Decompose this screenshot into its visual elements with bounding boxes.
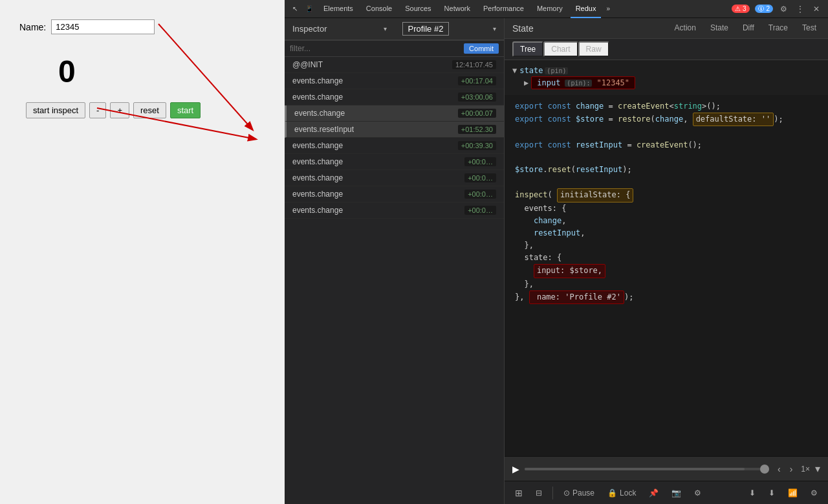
action-item[interactable]: events.change +03:00.06 <box>285 89 504 105</box>
filter-input[interactable] <box>290 44 464 53</box>
profile-dropdown-icon[interactable]: ▾ <box>493 25 496 32</box>
state-panel-label: State <box>510 19 536 38</box>
tab-sources[interactable]: Sources <box>400 0 436 18</box>
tab-console[interactable]: Console <box>361 0 397 18</box>
tab-redux[interactable]: Redux <box>571 0 602 18</box>
controls-row: start inspect - + reset start <box>26 102 201 118</box>
code-line: state: { <box>515 252 818 264</box>
action-time: +00:17.04 <box>458 76 496 85</box>
tree-root-pin: (pin) <box>545 67 568 74</box>
start-inspect-button[interactable]: start inspect <box>26 102 85 118</box>
inspector-dropdown-icon[interactable]: ▾ <box>384 25 387 32</box>
action-item[interactable]: events.change +00:39.30 <box>285 138 504 154</box>
settings-icon[interactable]: ⚙ <box>777 3 790 15</box>
progress-knob[interactable] <box>760 465 769 474</box>
tab-state[interactable]: State <box>704 20 735 37</box>
action-list[interactable]: @@INIT 12:41:07.45 events.change +00:17.… <box>285 57 504 504</box>
tree-root-key: state <box>519 66 543 75</box>
action-item-selected[interactable]: events.change +00:00.07 <box>285 105 504 122</box>
next-button[interactable]: › <box>787 463 796 476</box>
reset-button[interactable]: reset <box>133 102 166 118</box>
action-time: 12:41:07.45 <box>452 60 496 69</box>
pin-icon: 📌 <box>649 488 659 498</box>
settings2-button[interactable]: ⚙ <box>689 487 706 499</box>
tab-trace[interactable]: Trace <box>762 20 794 37</box>
gear-icon: ⚙ <box>811 488 818 498</box>
subtab-chart[interactable]: Chart <box>543 41 578 57</box>
lock-button[interactable]: 🔒 Lock <box>602 487 641 499</box>
code-line: resetInput, <box>515 227 818 239</box>
record-icon: ⊞ <box>515 488 523 498</box>
code-line: }, name: 'Profile #2'); <box>515 290 818 304</box>
prev-button[interactable]: ‹ <box>774 463 784 476</box>
record-button[interactable]: ⊞ <box>510 486 528 500</box>
tab-performance[interactable]: Performance <box>478 0 529 18</box>
tab-elements[interactable]: Elements <box>318 0 358 18</box>
filter-row: Commit <box>285 41 504 57</box>
lock-label: Lock <box>620 488 636 498</box>
download-button[interactable]: ⬇ <box>744 487 761 499</box>
speed-dropdown-icon[interactable]: ▾ <box>815 463 820 475</box>
code-line <box>515 176 818 188</box>
close-devtools-icon[interactable]: ✕ <box>810 3 823 15</box>
plus-button[interactable]: + <box>110 102 129 118</box>
download-icon: ⬇ <box>749 488 756 498</box>
tab-diff[interactable]: Diff <box>736 20 761 37</box>
code-area[interactable]: export const change = createEvent<string… <box>505 95 828 456</box>
right-tabs: Action State Diff Trace Test <box>668 20 823 37</box>
action-item[interactable]: events.change +00:0… <box>285 154 504 170</box>
subtab-tree[interactable]: Tree <box>512 41 543 57</box>
action-item-reset[interactable]: events.resetInput +01:52.30 <box>285 122 504 138</box>
action-time: +00:0… <box>464 157 496 166</box>
cursor-icon[interactable]: ↖ <box>290 4 300 14</box>
more-options-icon[interactable]: ⋮ <box>793 3 807 15</box>
list-panel: Inspector ▾ Profile #2 ▾ Commit @@INIT 1… <box>285 18 505 504</box>
progress-bar[interactable] <box>525 468 769 470</box>
action-time: +01:52.30 <box>458 125 496 134</box>
action-name: events.change <box>292 190 343 199</box>
action-time: +00:0… <box>464 173 496 182</box>
device-icon[interactable]: 📱 <box>303 4 316 14</box>
playback-nav: ‹ › <box>774 463 796 476</box>
wifi-button[interactable]: 📶 <box>783 487 803 499</box>
action-item[interactable]: events.change +00:0… <box>285 170 504 186</box>
download2-button[interactable]: ⬇ <box>763 487 780 499</box>
minus-button[interactable]: - <box>89 102 106 118</box>
pause-button[interactable]: ⊙ Pause <box>558 487 600 499</box>
action-item[interactable]: @@INIT 12:41:07.45 <box>285 57 504 73</box>
more-tabs-icon[interactable]: » <box>604 4 613 14</box>
commit-button[interactable]: Commit <box>464 43 499 54</box>
action-item[interactable]: events.change +00:17.04 <box>285 73 504 89</box>
action-item[interactable]: events.change +00:0… <box>285 203 504 219</box>
gear-button[interactable]: ⚙ <box>805 487 823 499</box>
wifi-icon: 📶 <box>788 488 798 498</box>
tree-child-value: "12345" <box>596 78 629 87</box>
screenshot-button[interactable]: 📷 <box>666 487 686 499</box>
inspector-title: Inspector <box>292 24 327 34</box>
action-name: events.change <box>292 141 343 150</box>
start-button[interactable]: start <box>170 102 201 118</box>
action-time: +00:39.30 <box>458 141 496 150</box>
code-line: }, <box>515 278 818 290</box>
tree-child-key: input <box>537 78 560 87</box>
action-item[interactable]: events.change +00:0… <box>285 186 504 203</box>
toolbar-separator <box>552 487 553 499</box>
play-button[interactable]: ▶ <box>512 464 519 474</box>
filter-button[interactable]: ⊟ <box>530 487 547 499</box>
tree-child-row: ▶ input (pin): "12345" <box>524 76 820 90</box>
name-input[interactable] <box>51 19 155 34</box>
tree-expand-icon[interactable]: ▼ <box>512 66 517 75</box>
tab-memory[interactable]: Memory <box>532 0 568 18</box>
code-line: change, <box>515 215 818 227</box>
pin-button[interactable]: 📌 <box>644 487 664 499</box>
tab-test[interactable]: Test <box>796 20 823 37</box>
tree-child-pin: (pin): <box>565 80 592 87</box>
subtab-raw[interactable]: Raw <box>578 41 609 57</box>
name-label: Name: <box>19 22 46 32</box>
pause-label: Pause <box>572 488 594 498</box>
tab-network[interactable]: Network <box>439 0 475 18</box>
panel-headers: Inspector ▾ Profile #2 ▾ <box>285 18 504 41</box>
sub-tabs-row: Tree Chart Raw <box>505 39 828 60</box>
browser-topbar: ↖ 📱 Elements Console Sources Network Per… <box>285 0 828 18</box>
tab-action[interactable]: Action <box>668 20 703 37</box>
